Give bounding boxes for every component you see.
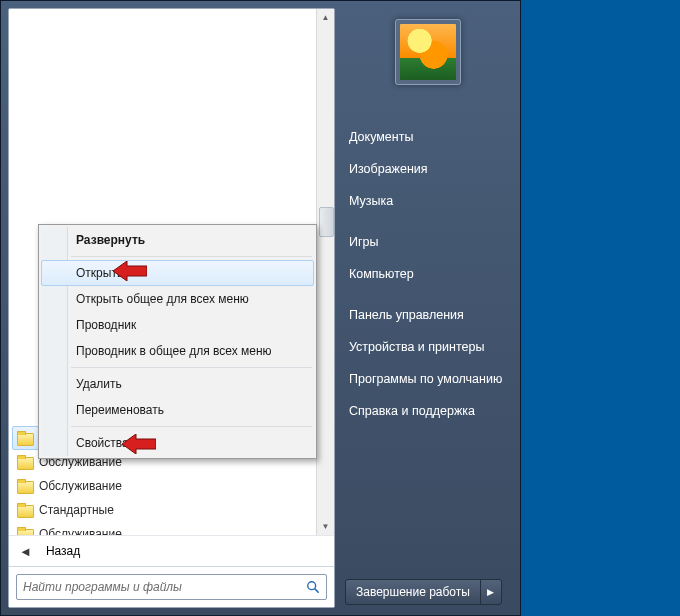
program-folder-item[interactable]: Обслуживание	[12, 522, 314, 535]
right-pane-link[interactable]: Компьютер	[335, 258, 520, 290]
right-pane-link[interactable]: Программы по умолчанию	[335, 363, 520, 395]
context-menu-item[interactable]: Проводник в общее для всех меню	[41, 338, 314, 364]
back-arrow-icon: ◄	[19, 544, 32, 559]
folder-icon	[17, 503, 33, 517]
spacer	[335, 290, 520, 299]
context-menu-item[interactable]: Переименовать	[41, 397, 314, 423]
program-folder-item[interactable]: Стандартные	[12, 498, 314, 522]
context-menu-item[interactable]: Развернуть	[41, 227, 314, 253]
folder-icon	[17, 527, 33, 535]
desktop: АвтозагрузкаОбслуживаниеОбслуживаниеСтан…	[0, 0, 680, 616]
context-menu-separator	[71, 426, 312, 427]
right-pane-link[interactable]: Игры	[335, 226, 520, 258]
svg-marker-3	[122, 434, 156, 454]
context-menu-item[interactable]: Проводник	[41, 312, 314, 338]
back-label: Назад	[46, 544, 80, 558]
right-pane-link[interactable]: Изображения	[335, 153, 520, 185]
scroll-down-button[interactable]: ▼	[317, 518, 334, 535]
context-menu-item[interactable]: Удалить	[41, 371, 314, 397]
red-arrow-annotation	[113, 261, 147, 281]
back-row[interactable]: ◄ Назад	[9, 535, 334, 566]
search-input[interactable]: Найти программы и файлы	[16, 574, 327, 600]
context-menu: РазвернутьОткрытьОткрыть общее для всех …	[38, 224, 317, 459]
program-folder-item[interactable]: Обслуживание	[12, 474, 314, 498]
user-avatar-frame[interactable]	[335, 19, 520, 85]
search-row: Найти программы и файлы	[9, 566, 334, 607]
search-placeholder: Найти программы и файлы	[17, 580, 300, 594]
red-arrow-annotation	[122, 434, 156, 454]
shutdown-options-dropdown[interactable]: ▶	[480, 580, 501, 604]
folder-icon	[17, 431, 33, 445]
scroll-up-button[interactable]: ▲	[317, 9, 334, 26]
shutdown-row: Завершение работы ▶	[335, 579, 520, 605]
folder-icon	[17, 455, 33, 469]
spacer	[335, 217, 520, 226]
flower-icon	[400, 24, 456, 80]
shutdown-label: Завершение работы	[346, 580, 480, 604]
start-right-pane: ДокументыИзображенияМузыкаИгрыКомпьютерП…	[335, 1, 520, 615]
context-menu-item[interactable]: Свойства	[41, 430, 314, 456]
right-pane-link[interactable]: Устройства и принтеры	[335, 331, 520, 363]
right-pane-link[interactable]: Музыка	[335, 185, 520, 217]
right-pane-link[interactable]: Справка и поддержка	[335, 395, 520, 427]
context-menu-separator	[71, 367, 312, 368]
shutdown-button[interactable]: Завершение работы ▶	[345, 579, 502, 605]
context-menu-item[interactable]: Открыть общее для всех меню	[41, 286, 314, 312]
context-menu-item[interactable]: Открыть	[41, 260, 314, 286]
scrollbar[interactable]: ▲ ▼	[316, 9, 334, 535]
svg-marker-2	[113, 261, 147, 281]
scroll-thumb[interactable]	[319, 207, 334, 237]
program-label: Обслуживание	[39, 479, 122, 493]
context-menu-separator	[71, 256, 312, 257]
folder-icon	[17, 479, 33, 493]
program-label: Обслуживание	[39, 527, 122, 535]
right-pane-link[interactable]: Документы	[335, 121, 520, 153]
search-icon[interactable]	[300, 575, 326, 599]
program-label: Стандартные	[39, 503, 114, 517]
right-pane-link[interactable]: Панель управления	[335, 299, 520, 331]
svg-line-1	[315, 589, 318, 592]
user-avatar	[395, 19, 461, 85]
